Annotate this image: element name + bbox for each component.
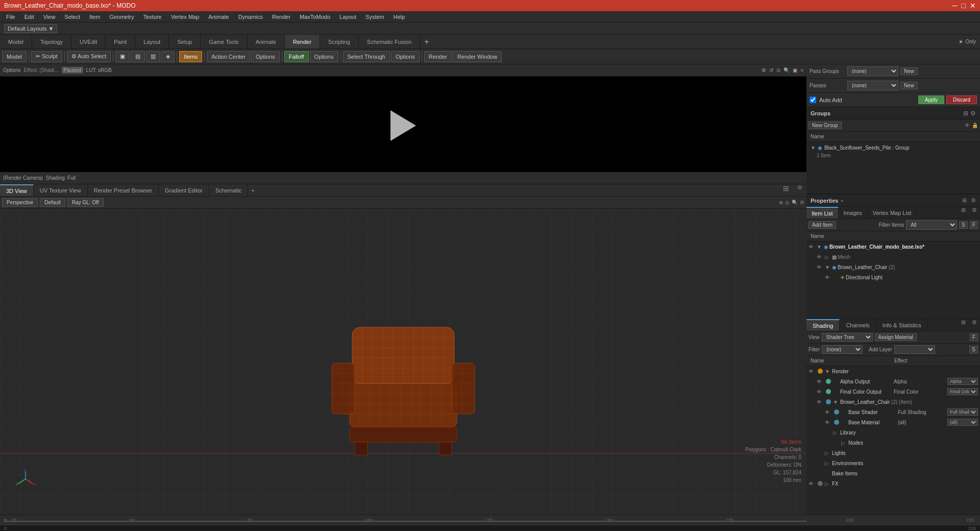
maximize-btn[interactable]: □ (962, 2, 966, 10)
shader-chair-group[interactable]: 👁 ▼ Brown_Leather_Chair (2) (Item) (806, 397, 980, 407)
menu-texture[interactable]: Texture (139, 13, 166, 21)
tab-model[interactable]: Model (0, 35, 32, 49)
item-list-expand[interactable]: ⊞ (958, 207, 969, 219)
shader-environments[interactable]: ▷ Environments (806, 458, 980, 468)
item-list-s-btn[interactable]: S (959, 221, 968, 229)
apply-btn[interactable]: Apply (918, 95, 944, 104)
default-btn[interactable]: Default (40, 198, 65, 207)
item-list-f-btn[interactable]: F (970, 221, 978, 229)
menu-edit[interactable]: Edit (20, 13, 38, 21)
close-btn[interactable]: ✕ (970, 2, 976, 10)
vp-tab-renderpreset[interactable]: Render Preset Browser (88, 184, 159, 196)
options-btn2[interactable]: Options (310, 51, 338, 62)
menu-render[interactable]: Render (268, 13, 295, 21)
shading-settings-icon[interactable]: ⚙ (969, 319, 980, 331)
select-through-btn[interactable]: Select Through (343, 51, 390, 62)
props-settings-icon[interactable]: ⚙ (971, 197, 976, 204)
model-btn[interactable]: Model (2, 51, 27, 62)
shader-s-btn[interactable]: S (969, 346, 978, 353)
shader-finalcolor[interactable]: 👁 Final Color Output Final Color Final C… (806, 387, 980, 397)
vp-tab-schematic[interactable]: Schematic (209, 184, 248, 196)
tab-uvedit[interactable]: UVEdit (71, 35, 106, 49)
3d-viewport[interactable]: No Items Polygons : Catmull-Clark Channe… (0, 209, 806, 515)
passes-new-btn[interactable]: New (900, 82, 918, 89)
shader-f-btn[interactable]: F (970, 333, 978, 341)
tab-layout[interactable]: Layout (135, 35, 169, 49)
shader-library[interactable]: ▷ Library (806, 427, 980, 438)
vp-grid-icon[interactable]: ⊕ (779, 200, 783, 205)
base-mat-select[interactable]: (all) (947, 419, 978, 426)
circle-icon[interactable]: ⊙ (776, 67, 780, 73)
options-btn3[interactable]: Options (391, 51, 420, 62)
falloff-btn[interactable]: Falloff (284, 51, 309, 62)
shader-tree-dropdown[interactable]: Shader Tree (822, 333, 873, 342)
grid-icon[interactable]: ▣ (793, 67, 797, 73)
shading-tab-shading[interactable]: Shading (806, 319, 840, 331)
menu-layout[interactable]: Layout (335, 13, 360, 21)
items-btn[interactable]: Items (179, 51, 202, 62)
menu-vertexmap[interactable]: Vertex Map (167, 13, 204, 21)
finalcolor-effect-select[interactable]: Final Color (947, 388, 978, 395)
menu-select[interactable]: Select (60, 13, 84, 21)
shader-bake-items[interactable]: Bake Items (806, 468, 980, 478)
tab-schematic[interactable]: Schematic Fusion (359, 35, 420, 49)
icon-btn2[interactable]: ▤ (131, 51, 145, 62)
vp-tab-gradient[interactable]: Gradient Editor (159, 184, 209, 196)
vp-cam-icon[interactable]: ◎ (785, 200, 790, 205)
tab-vertex-map[interactable]: Vertex Map List (868, 207, 917, 219)
shading-expand-icon[interactable]: ⊞ (958, 319, 969, 331)
vp-tab-uvtexture[interactable]: UV Texture View (34, 184, 88, 196)
minimize-btn[interactable]: ─ (952, 2, 958, 10)
action-center-btn[interactable]: Action Center (207, 51, 250, 62)
tab-paint[interactable]: Paint (106, 35, 135, 49)
tab-gametools[interactable]: Game Tools (201, 35, 248, 49)
tab-topology[interactable]: Topology (32, 35, 71, 49)
icon-btn4[interactable]: ◈ (161, 51, 175, 62)
filter-dropdown[interactable]: (none) (822, 345, 863, 354)
play-button[interactable] (390, 110, 416, 141)
layout-dropdown[interactable]: Default Layouts ▼ (4, 24, 57, 33)
menu-maxtomode[interactable]: MaxToModo (296, 13, 334, 21)
assign-material-btn[interactable]: Assign Material (875, 333, 917, 341)
refresh-icon[interactable]: ↺ (769, 67, 773, 73)
zoom-icon[interactable]: 🔍 (783, 67, 790, 73)
base-shader-select[interactable]: Full Shading (947, 408, 978, 416)
tab-render[interactable]: Render (285, 35, 320, 49)
menu-geometry[interactable]: Geometry (105, 13, 138, 21)
icon-btn1[interactable]: ▣ (115, 51, 130, 62)
group-item-sunflower[interactable]: ▼ ◉ Black_Sunflower_Seeds_Pile : Group (808, 144, 978, 152)
render-window-btn[interactable]: Render Window (453, 51, 502, 62)
more-icon[interactable]: » (800, 67, 803, 73)
vp-config-icon[interactable]: ⚙ (800, 200, 804, 205)
shader-base-material[interactable]: 👁 Base Material (all) (all) (806, 417, 980, 427)
shader-render[interactable]: 👁 ▼ Render (806, 366, 980, 376)
raygl-btn[interactable]: Ray GL: Off (67, 198, 104, 207)
shader-lights[interactable]: ▷ Lights (806, 448, 980, 458)
add-item-btn[interactable]: Add Item (808, 221, 836, 229)
shading-tab-info[interactable]: Info & Statistics (876, 319, 928, 331)
groups-expand-icon[interactable]: ⊞ (963, 110, 968, 117)
perspective-btn[interactable]: Perspective (2, 198, 38, 207)
menu-dynamics[interactable]: Dynamics (234, 13, 267, 21)
item-row-light[interactable]: 👁 ☀ Directional Light (806, 272, 980, 282)
item-row-chair[interactable]: 👁 ▼ ◉ Brown_Leather_Chair (2) (806, 262, 980, 272)
vp-expand-icon[interactable]: ⊞ (779, 184, 793, 196)
icon-btn3[interactable]: ▥ (146, 51, 160, 62)
auto-select-btn[interactable]: ⚙ Auto Select (67, 51, 111, 62)
shader-alpha[interactable]: 👁 Alpha Output Alpha Alpha (806, 376, 980, 387)
tab-animate[interactable]: Animate (248, 35, 285, 49)
menu-system[interactable]: System (361, 13, 388, 21)
auto-add-checkbox[interactable] (810, 96, 816, 103)
menu-view[interactable]: View (39, 13, 60, 21)
vp-settings-icon[interactable]: ⚙ (793, 184, 806, 196)
new-group-btn[interactable]: New Group (808, 122, 842, 129)
shader-nodes[interactable]: ▷ Nodes (806, 438, 980, 448)
vp-zoom-icon2[interactable]: 🔍 (792, 200, 798, 205)
menu-help[interactable]: Help (389, 13, 409, 21)
menu-animate[interactable]: Animate (204, 13, 233, 21)
tab-item-list[interactable]: Item List (806, 207, 839, 219)
tab-add[interactable]: + (420, 35, 433, 49)
pass-groups-new-btn[interactable]: New (900, 67, 918, 75)
settings-icon[interactable]: ⚙ (762, 67, 766, 73)
pass-groups-dropdown[interactable]: (none) (847, 66, 898, 76)
